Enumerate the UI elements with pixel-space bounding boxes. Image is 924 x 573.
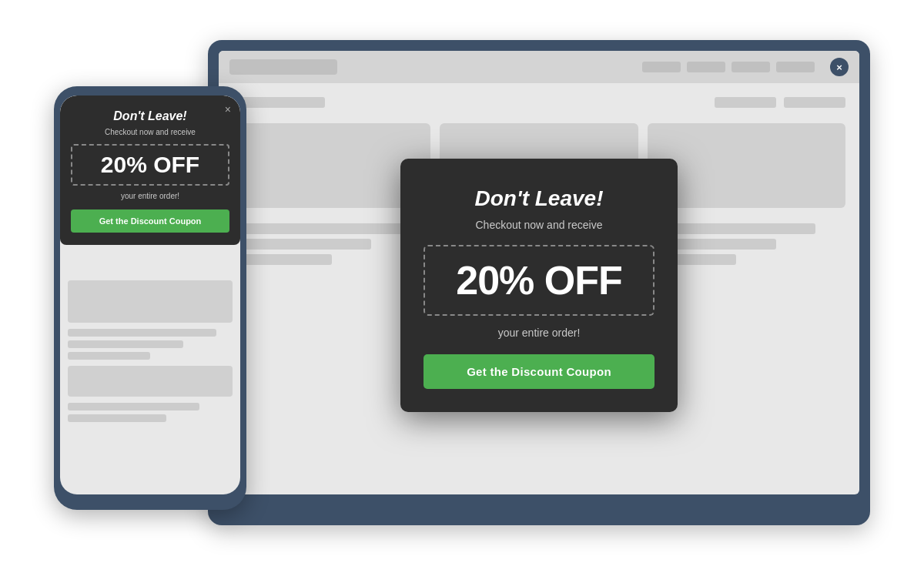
skeleton-bar bbox=[68, 329, 216, 337]
mobile-skeleton-content bbox=[60, 273, 240, 430]
popup-subtitle: Checkout now and receive bbox=[424, 219, 654, 231]
mobile-screen: × Don't Leave! Checkout now and receive … bbox=[60, 96, 240, 494]
browser-chrome: × bbox=[219, 51, 859, 83]
skeleton-bar bbox=[68, 352, 150, 360]
mobile-popup: × Don't Leave! Checkout now and receive … bbox=[60, 96, 240, 245]
mobile-skeleton-block bbox=[68, 366, 233, 397]
close-icon: × bbox=[836, 62, 842, 73]
mobile-skeleton-lines-2 bbox=[68, 403, 233, 422]
nav-item-4 bbox=[776, 62, 815, 72]
skeleton-bar bbox=[68, 340, 183, 348]
scene: × bbox=[38, 25, 886, 548]
nav-item-3 bbox=[732, 62, 770, 72]
popup-discount-text: 20% OFF bbox=[440, 260, 638, 300]
browser-nav bbox=[642, 62, 815, 72]
skeleton-bar bbox=[68, 403, 199, 410]
skeleton-bar bbox=[784, 97, 845, 108]
skeleton-bar bbox=[233, 97, 325, 108]
popup-title: Don't Leave! bbox=[424, 186, 654, 211]
mobile-popup-order-text: your entire order! bbox=[71, 192, 229, 200]
skeleton-header-row bbox=[233, 97, 845, 108]
skeleton-bar bbox=[68, 414, 166, 422]
skeleton-bar bbox=[715, 97, 776, 108]
desktop-popup: Don't Leave! Checkout now and receive 20… bbox=[400, 159, 678, 412]
mobile-popup-discount-text: 20% OFF bbox=[80, 153, 220, 176]
browser-close-button[interactable]: × bbox=[830, 58, 849, 76]
mobile-skeleton-lines bbox=[68, 329, 233, 360]
skeleton-bar bbox=[233, 223, 411, 234]
popup-order-text: your entire order! bbox=[424, 327, 654, 339]
mobile-website: × Don't Leave! Checkout now and receive … bbox=[60, 273, 240, 494]
mobile-device: × Don't Leave! Checkout now and receive … bbox=[54, 86, 246, 510]
skeleton-bar bbox=[233, 254, 332, 265]
mobile-popup-title: Don't Leave! bbox=[71, 109, 229, 123]
skeleton-bar bbox=[233, 239, 371, 250]
mobile-popup-close-button[interactable]: × bbox=[225, 103, 231, 116]
mobile-skeleton-block bbox=[68, 280, 233, 323]
desktop-screen: × bbox=[219, 51, 859, 494]
mobile-popup-discount-box: 20% OFF bbox=[71, 144, 229, 186]
nav-item-1 bbox=[642, 62, 681, 72]
popup-discount-box: 20% OFF bbox=[424, 245, 654, 316]
desktop-coupon-button[interactable]: Get the Discount Coupon bbox=[424, 354, 654, 389]
mobile-popup-subtitle: Checkout now and receive bbox=[71, 128, 229, 136]
desktop-device: × bbox=[208, 40, 870, 525]
mobile-coupon-button[interactable]: Get the Discount Coupon bbox=[71, 209, 229, 233]
nav-item-2 bbox=[687, 62, 725, 72]
browser-urlbar bbox=[229, 59, 337, 75]
